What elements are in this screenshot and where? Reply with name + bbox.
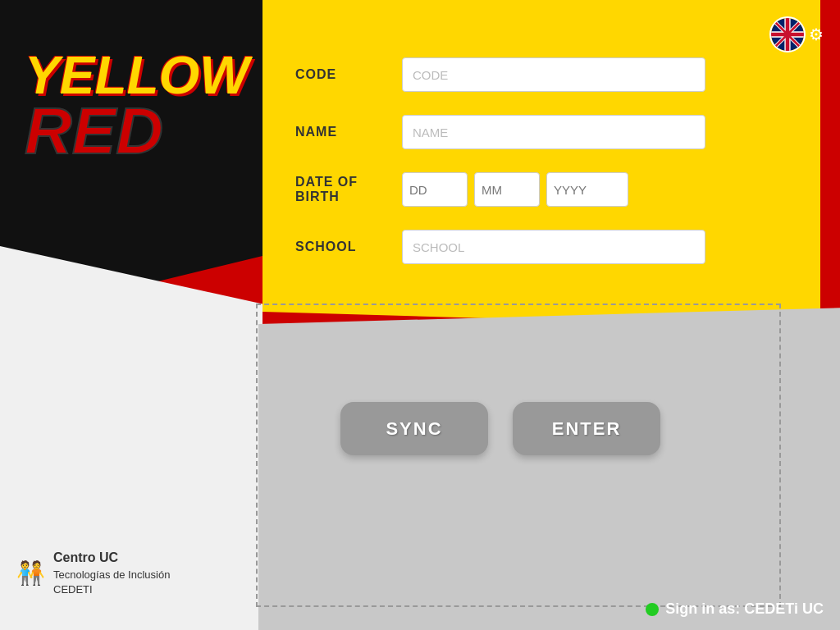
centro-text: Centro UC Tecnologías de Inclusión CEDET… — [53, 549, 170, 597]
centro-name: Centro UC — [53, 550, 118, 564]
language-selector[interactable]: ⚙ — [769, 16, 824, 52]
name-row: NAME — [295, 115, 705, 149]
school-input[interactable] — [402, 230, 705, 264]
school-label: SCHOOL — [295, 240, 402, 254]
dob-inputs-group — [402, 172, 705, 207]
registration-form: CODE NAME DATE OF BIRTH SCHOOL — [295, 57, 705, 287]
school-row: SCHOOL — [295, 230, 705, 264]
centro-logo: 🧑‍🤝‍🧑 Centro UC Tecnologías de Inclusión… — [16, 549, 170, 597]
app-logo: YELLOW RED — [25, 49, 249, 161]
dob-row: DATE OF BIRTH — [295, 172, 705, 207]
enter-button[interactable]: ENTER — [513, 402, 660, 455]
signin-label: Sign in as: CEDETi UC — [665, 600, 824, 618]
code-row: CODE — [295, 57, 705, 92]
action-buttons: SYNC ENTER — [295, 402, 705, 455]
background-gray — [258, 308, 840, 630]
dob-year-input[interactable] — [546, 172, 628, 207]
name-input[interactable] — [402, 115, 705, 149]
gear-icon[interactable]: ⚙ — [809, 25, 824, 44]
uk-flag-icon — [769, 16, 806, 52]
code-label: CODE — [295, 67, 402, 82]
logo-line2: RED — [25, 102, 249, 161]
name-label: NAME — [295, 125, 402, 139]
signin-bar: Sign in as: CEDETi UC — [646, 600, 824, 618]
centro-sub1: Tecnologías de Inclusión — [53, 568, 170, 581]
centro-sub2: CEDETI — [53, 583, 93, 596]
online-status-dot — [646, 603, 659, 616]
centro-figures-icon: 🧑‍🤝‍🧑 — [16, 559, 45, 587]
sync-button[interactable]: SYNC — [340, 402, 488, 455]
code-input[interactable] — [402, 57, 705, 92]
dob-day-input[interactable] — [402, 172, 468, 207]
dob-month-input[interactable] — [474, 172, 540, 207]
dob-label: DATE OF BIRTH — [295, 175, 402, 204]
